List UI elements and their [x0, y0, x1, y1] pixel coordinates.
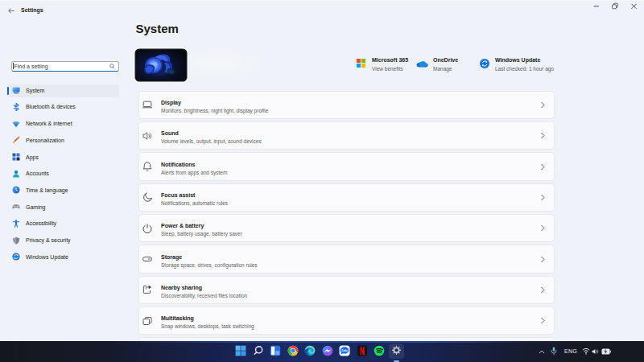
- svg-text:Zalo: Zalo: [341, 349, 348, 352]
